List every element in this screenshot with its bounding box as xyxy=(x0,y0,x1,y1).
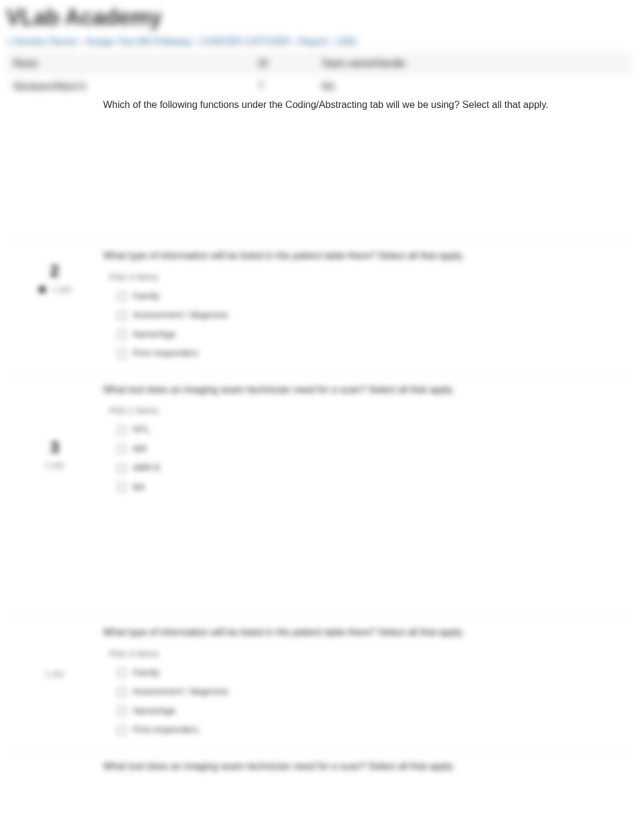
question-number: 2 xyxy=(6,261,103,281)
option-label: Assessment / diagnosis xyxy=(133,686,229,696)
option-label: Family xyxy=(133,290,159,301)
question-prompt: What tool does an imaging exam technicia… xyxy=(103,383,619,397)
question-sidebar xyxy=(6,98,103,120)
option-checkbox[interactable] xyxy=(117,311,126,320)
option-checkbox[interactable] xyxy=(117,349,126,358)
question-block: What tool does an imaging exam technicia… xyxy=(6,752,631,785)
option-label: First responders xyxy=(133,347,198,358)
question-points: 1 pts xyxy=(45,460,65,470)
info-h2: ID xyxy=(251,52,314,75)
option-item[interactable]: Name/Age xyxy=(115,325,619,344)
option-checkbox[interactable] xyxy=(117,483,126,492)
option-item[interactable]: First responders xyxy=(115,344,619,363)
pick-hint: Pick 4 Items xyxy=(109,272,619,282)
question-prompt: What tool does an imaging exam technicia… xyxy=(103,760,619,773)
option-item[interactable]: ABR-E xyxy=(115,458,619,478)
option-label: Name/Age xyxy=(133,329,176,339)
options-list: NTL MR ABR-E BA xyxy=(103,420,619,497)
question-list: Which of the following functions under t… xyxy=(6,98,631,785)
option-label: Name/Age xyxy=(133,705,176,716)
option-label: BA xyxy=(133,481,145,492)
breadcrumb[interactable]: « Kendra Tanner › Assign Two MA Pathway … xyxy=(6,36,638,47)
question-prompt: What type of information will be listed … xyxy=(103,249,619,263)
option-checkbox[interactable] xyxy=(117,292,126,301)
question-sidebar xyxy=(6,760,103,782)
info-d1: Nineteen/Ward 6 xyxy=(6,75,251,98)
option-checkbox[interactable] xyxy=(117,688,126,696)
option-item[interactable]: First responders xyxy=(115,720,619,740)
option-checkbox[interactable] xyxy=(117,426,126,434)
option-item[interactable]: Assessment / diagnosis xyxy=(115,682,619,702)
info-h1: Resin xyxy=(6,52,251,75)
options-list: Family Assessment / diagnosis Name/Age F… xyxy=(103,663,619,740)
site-logo: VLab Academy xyxy=(6,5,638,30)
option-label: Assessment / diagnosis xyxy=(133,309,229,320)
option-label: ABR-E xyxy=(133,462,161,472)
question-block: Which of the following functions under t… xyxy=(6,98,631,241)
question-sidebar: 3 1 pts xyxy=(6,383,103,497)
pick-hint: Pick 2 Items xyxy=(109,405,619,415)
question-block: 3 1 pts What tool does an imaging exam t… xyxy=(6,375,631,619)
question-prompt: What type of information will be listed … xyxy=(103,626,619,639)
info-header-row: Resin ID Team name/Handle xyxy=(6,52,631,75)
option-checkbox[interactable] xyxy=(117,330,126,339)
option-label: MR xyxy=(133,443,147,454)
option-checkbox[interactable] xyxy=(117,707,126,716)
option-item[interactable]: Family xyxy=(115,287,619,306)
question-sidebar: 2 ✖ 1 pts xyxy=(6,249,103,363)
option-checkbox[interactable] xyxy=(117,445,126,454)
question-prompt: Which of the following functions under t… xyxy=(103,98,619,112)
question-points: 1 pts xyxy=(45,668,65,679)
x-icon: ✖ xyxy=(38,283,47,297)
option-item[interactable]: Assessment / diagnosis xyxy=(115,306,619,325)
option-label: Family xyxy=(133,667,159,677)
option-item[interactable]: MR xyxy=(115,440,619,459)
option-checkbox[interactable] xyxy=(117,669,126,677)
question-points: 1 pts xyxy=(52,284,72,294)
info-d2: 7 xyxy=(251,75,314,98)
info-h3: Team name/Handle xyxy=(314,52,631,75)
question-block: 1 pts What type of information will be l… xyxy=(6,618,631,752)
option-item[interactable]: NTL xyxy=(115,420,619,440)
question-sidebar: 1 pts xyxy=(6,626,103,740)
option-label: NTL xyxy=(133,424,150,434)
info-d3: NA xyxy=(314,75,631,98)
info-table: Resin ID Team name/Handle Nineteen/Ward … xyxy=(6,52,631,98)
option-item[interactable]: BA xyxy=(115,478,619,497)
question-block: 2 ✖ 1 pts What type of information will … xyxy=(6,241,631,375)
info-data-row: Nineteen/Ward 6 7 NA xyxy=(6,75,631,98)
question-number: 3 xyxy=(6,438,103,457)
pick-hint: Pick 4 Items xyxy=(109,648,619,659)
option-item[interactable]: Name/Age xyxy=(115,702,619,721)
options-list: Family Assessment / diagnosis Name/Age F… xyxy=(103,287,619,363)
option-label: First responders xyxy=(133,724,198,734)
option-checkbox[interactable] xyxy=(117,464,126,472)
option-checkbox[interactable] xyxy=(117,726,126,734)
option-item[interactable]: Family xyxy=(115,663,619,683)
